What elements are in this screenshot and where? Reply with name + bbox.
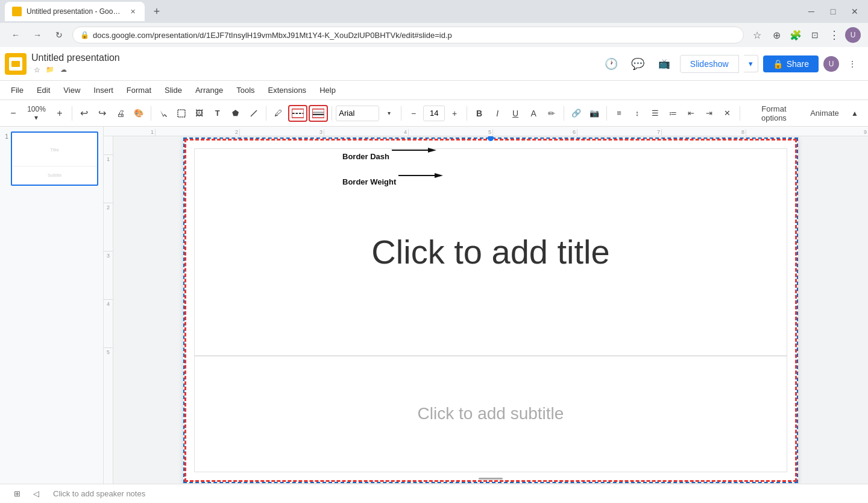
zoom-out-button[interactable]: − xyxy=(5,105,22,122)
lock-icon: 🔒 xyxy=(80,31,89,39)
tab-close-button[interactable]: ✕ xyxy=(128,7,137,16)
image-button[interactable]: 🖼 xyxy=(191,105,208,122)
maximize-button[interactable]: □ xyxy=(825,3,841,20)
ruler-mark: 7 xyxy=(577,129,662,136)
forward-button[interactable]: → xyxy=(29,27,46,43)
url-text: docs.google.com/presentation/d/1EJF7tIns… xyxy=(93,31,452,40)
notes-placeholder[interactable]: Click to add speaker notes xyxy=(53,489,145,498)
slide-subtitle-placeholder[interactable]: Click to add subtitle xyxy=(194,356,787,472)
animate-button[interactable]: Animate xyxy=(805,105,844,122)
menu-arrange[interactable]: Arrange xyxy=(189,83,229,97)
ruler-v-mark: 4 xyxy=(104,299,113,347)
line-spacing-button[interactable]: ↕ xyxy=(629,105,646,122)
menu-file[interactable]: File xyxy=(5,83,30,97)
ruler-mark: 5 xyxy=(409,129,493,136)
shapes-button[interactable]: ⬟ xyxy=(227,105,244,122)
move-to-folder-button[interactable]: 📁 xyxy=(45,65,55,75)
ruler-v-mark: 3 xyxy=(104,251,113,299)
text-color-button[interactable]: A xyxy=(525,105,542,122)
list-number-button[interactable]: ≔ xyxy=(665,105,682,122)
extensions-icon[interactable]: 🧩 xyxy=(787,27,804,43)
zoom-dropdown-button[interactable]: 100% ▾ xyxy=(23,105,50,122)
font-size-increase[interactable]: + xyxy=(446,105,463,122)
menu-insert[interactable]: Insert xyxy=(87,83,119,97)
canvas-area: 1 2 3 4 5 6 7 8 9 1 2 3 4 5 xyxy=(104,127,868,484)
indent-increase-button[interactable]: ⇥ xyxy=(701,105,718,122)
clear-format-button[interactable]: ✕ xyxy=(719,105,736,122)
ruler-vertical: 1 2 3 4 5 xyxy=(104,136,113,484)
paint-format-button[interactable]: 🎨 xyxy=(130,105,147,122)
notes-actions: ⊞ ◁ xyxy=(10,487,43,501)
menu-view[interactable]: View xyxy=(57,83,86,97)
slide-title-placeholder[interactable]: Click to add title xyxy=(194,148,787,356)
cloud-save-icon: ☁ xyxy=(58,65,69,75)
zoom-in-button[interactable]: + xyxy=(51,105,68,122)
user-avatar-header[interactable]: U xyxy=(823,56,839,72)
bookmarks-icon[interactable]: ☆ xyxy=(749,27,766,43)
split-view-icon[interactable]: ⊡ xyxy=(807,27,823,43)
border-dash-button[interactable] xyxy=(288,105,307,122)
history-icon[interactable]: 🕐 xyxy=(600,53,622,75)
present-options-icon[interactable]: 📺 xyxy=(653,53,675,75)
divider-2 xyxy=(151,106,151,121)
format-options-button[interactable]: Format options xyxy=(744,105,804,122)
menu-help[interactable]: Help xyxy=(313,83,342,97)
font-name-input[interactable]: Arial xyxy=(336,106,379,121)
print-button[interactable]: 🖨 xyxy=(112,105,129,122)
close-window-button[interactable]: ✕ xyxy=(846,3,863,20)
font-size-input[interactable]: 14 xyxy=(423,106,445,121)
line-button[interactable] xyxy=(245,105,262,122)
select-button[interactable] xyxy=(173,105,190,122)
star-button[interactable]: ☆ xyxy=(31,65,42,75)
google-account-icon[interactable]: ⊕ xyxy=(768,27,785,43)
align-button[interactable]: ≡ xyxy=(611,105,627,122)
undo-button[interactable]: ↩ xyxy=(76,105,93,122)
collapse-toolbar-button[interactable]: ▲ xyxy=(846,105,863,122)
app-title-icons: ☆ 📁 ☁ xyxy=(31,65,596,75)
redo-button[interactable]: ↪ xyxy=(94,105,111,122)
menu-extensions[interactable]: Extensions xyxy=(262,83,313,97)
cursor-button[interactable] xyxy=(155,105,172,122)
indent-decrease-button[interactable]: ⇤ xyxy=(683,105,700,122)
menu-dots-icon[interactable]: ⋮ xyxy=(826,27,843,43)
app-header: Untitled presentation ☆ 📁 ☁ 🕐 💬 📺 Slides… xyxy=(0,47,868,81)
browser-chrome: Untitled presentation - Google S ✕ + ─ □… xyxy=(0,0,868,23)
more-options-icon[interactable]: ⋮ xyxy=(844,55,861,72)
bold-button[interactable]: B xyxy=(471,105,488,122)
font-size-decrease[interactable]: − xyxy=(405,105,422,122)
grid-view-icon[interactable]: ⊞ xyxy=(10,487,24,501)
slide-thumbnail-1[interactable]: Title Subtitle xyxy=(11,131,98,186)
ruler-horizontal: 1 2 3 4 5 6 7 8 9 xyxy=(104,127,868,136)
app-title-group: Untitled presentation ☆ 📁 ☁ xyxy=(31,52,596,75)
browser-tab[interactable]: Untitled presentation - Google S ✕ xyxy=(5,2,145,21)
insert-image-inline-button[interactable]: 📷 xyxy=(586,105,603,122)
font-name-dropdown[interactable]: ▾ xyxy=(380,105,397,122)
textbox-button[interactable]: T xyxy=(209,105,226,122)
border-weight-button[interactable] xyxy=(309,105,328,122)
minimize-button[interactable]: ─ xyxy=(803,3,820,20)
italic-button[interactable]: I xyxy=(489,105,506,122)
back-button[interactable]: ← xyxy=(7,27,24,43)
slideshow-dropdown-button[interactable]: ▾ xyxy=(744,55,758,72)
filmstrip-icon[interactable]: ◁ xyxy=(29,487,43,501)
slideshow-button[interactable]: Slideshow xyxy=(680,55,739,73)
underline-button[interactable]: U xyxy=(507,105,524,122)
menu-tools[interactable]: Tools xyxy=(230,83,260,97)
border-color-button[interactable]: 🖊 xyxy=(270,105,287,122)
user-avatar[interactable]: U xyxy=(845,27,861,43)
new-tab-button[interactable]: + xyxy=(148,3,165,20)
svg-line-1 xyxy=(251,110,257,116)
reload-button[interactable]: ↻ xyxy=(51,27,68,43)
comments-icon[interactable]: 💬 xyxy=(627,53,649,75)
ruler-mark: 2 xyxy=(156,129,240,136)
address-bar[interactable]: 🔒 docs.google.com/presentation/d/1EJF7tI… xyxy=(72,27,744,43)
highlight-button[interactable]: ✏ xyxy=(543,105,560,122)
app-title[interactable]: Untitled presentation xyxy=(31,52,596,63)
menu-slide[interactable]: Slide xyxy=(159,83,188,97)
share-button[interactable]: 🔒 Share xyxy=(763,55,819,72)
link-button[interactable]: 🔗 xyxy=(568,105,585,122)
list-bullet-button[interactable]: ☰ xyxy=(647,105,664,122)
menu-edit[interactable]: Edit xyxy=(31,83,56,97)
menu-format[interactable]: Format xyxy=(121,83,157,97)
slide-canvas[interactable]: Click to add title Click to add subtitle xyxy=(183,138,798,483)
